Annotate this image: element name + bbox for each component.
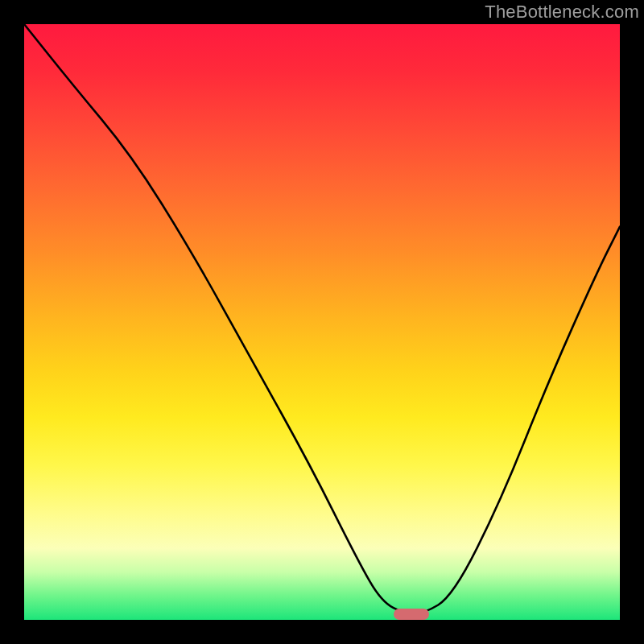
- optimal-marker: [394, 609, 429, 620]
- watermark-text: TheBottleneck.com: [485, 2, 639, 23]
- chart-frame: TheBottleneck.com: [0, 0, 644, 644]
- bottleneck-curve: [24, 24, 620, 620]
- curve-path: [24, 24, 620, 614]
- plot-area: [24, 24, 620, 620]
